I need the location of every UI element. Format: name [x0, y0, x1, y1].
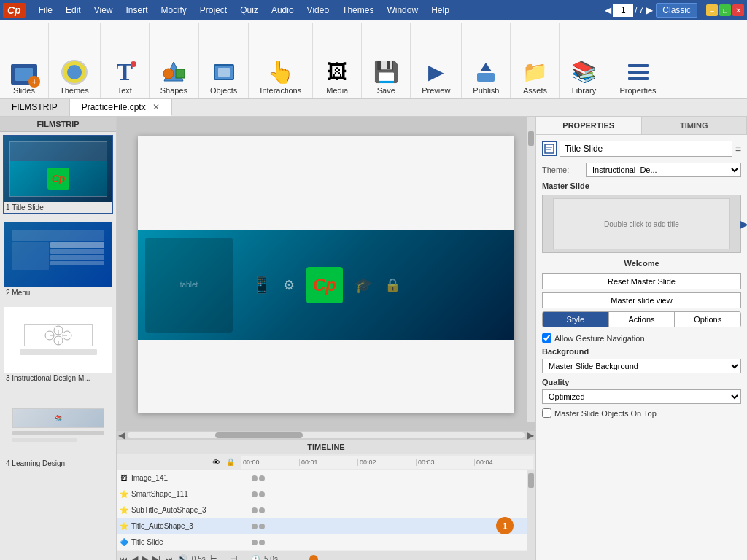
horizontal-scrollbar[interactable]: ◀ ▶ — [117, 431, 535, 440]
slide-thumb-label-2: 2 Menu — [4, 287, 112, 298]
slide-thumb-2[interactable]: 2 Menu — [3, 220, 113, 300]
prop-menu-btn[interactable]: ≡ — [735, 143, 741, 155]
menu-file[interactable]: File — [33, 4, 58, 17]
menu-quiz[interactable]: Quiz — [234, 4, 264, 17]
properties-tab-timing[interactable]: TIMING — [642, 117, 748, 134]
timeline-row-image141[interactable]: 🖼 Image_141 AdobeStock_370219467_edit:4.… — [117, 470, 535, 486]
themes-button[interactable]: Themes — [55, 56, 94, 98]
slides-button[interactable]: + Slides — [6, 61, 42, 98]
titleslide-dot1[interactable] — [252, 540, 258, 545]
svg-rect-18 — [546, 149, 551, 150]
timeline-row-smartshape[interactable]: ⭐ SmartShape_111 SmartShape:Display for … — [117, 486, 535, 502]
filmstrip-tab[interactable]: FILMSTRIP — [0, 99, 70, 116]
gesture-nav-checkbox[interactable] — [542, 333, 551, 343]
scrollbar-thumb[interactable] — [215, 432, 303, 438]
timeline-play-prev-btn[interactable]: ◀ — [132, 554, 138, 560]
slide-thumb-3[interactable]: 3 Instructional Design M... — [3, 306, 113, 385]
timeline-scrubber[interactable] — [285, 558, 530, 561]
master-slide-preview[interactable]: Double click to add title — [542, 195, 741, 253]
menu-insert[interactable]: Insert — [120, 4, 154, 17]
svg-rect-7 — [628, 77, 649, 80]
slide-bottom-area — [138, 340, 514, 413]
style-tab-style[interactable]: Style — [543, 312, 609, 327]
scroll-left-btn[interactable]: ◀ — [118, 430, 125, 440]
timeline-lock-icon[interactable]: 🔒 — [226, 458, 235, 467]
slide-thumb-4[interactable]: 📚 4 Learning Design — [3, 391, 113, 470]
timeline-play-next-btn[interactable]: ▶| — [152, 554, 160, 560]
smartshape-dot2[interactable] — [259, 491, 265, 497]
menu-themes[interactable]: Themes — [336, 4, 379, 17]
assets-button[interactable]: 📁 Assets — [516, 56, 553, 98]
timeline-marker-btn3[interactable]: ⊣ — [231, 554, 238, 560]
file-tab[interactable]: PracticeFile.cptx ✕ — [70, 99, 172, 116]
properties-button[interactable]: Properties — [614, 56, 661, 98]
menu-project[interactable]: Project — [194, 4, 233, 17]
master-slide-view-btn[interactable]: Master slide view — [542, 292, 741, 308]
timeline-eye-icon[interactable]: 👁 — [212, 458, 220, 467]
timeline-marker-btn2[interactable]: – — [222, 555, 226, 561]
close-tab-btn[interactable]: ✕ — [152, 102, 160, 112]
title3-dot2[interactable] — [259, 524, 265, 529]
prev-slide-btn[interactable]: ◀ — [605, 5, 611, 15]
subtitle-dot2[interactable] — [259, 508, 265, 513]
style-tab-actions[interactable]: Actions — [609, 312, 676, 327]
preview-button[interactable]: ▶ Preview — [417, 56, 455, 98]
shapes-button[interactable]: Shapes — [155, 56, 193, 98]
close-btn[interactable]: ✕ — [732, 4, 744, 16]
minimize-btn[interactable]: – — [706, 4, 718, 16]
subtitle-dot1[interactable] — [252, 508, 258, 513]
timeline-scrubber-handle[interactable] — [309, 555, 318, 561]
scroll-right-btn[interactable]: ▶ — [527, 430, 534, 440]
menu-edit[interactable]: Edit — [60, 4, 87, 17]
prop-title-input[interactable] — [560, 141, 732, 157]
media-button[interactable]: 🖼 Media — [319, 56, 355, 98]
menu-audio[interactable]: Audio — [266, 4, 300, 17]
background-select[interactable]: Master Slide Background — [542, 359, 741, 373]
slide-thumb-1[interactable]: Cp 1 Title Slide — [3, 135, 113, 214]
timeline-play-last-btn[interactable]: ⏭ — [165, 555, 173, 561]
image141-dot2[interactable] — [259, 475, 265, 481]
timeline-audio-btn[interactable]: 🔊 — [177, 554, 187, 560]
menu-video[interactable]: Video — [301, 4, 335, 17]
timeline-marker-btn4[interactable]: – — [242, 555, 247, 561]
master-objects-checkbox[interactable] — [542, 408, 551, 418]
text-button[interactable]: T Text — [107, 56, 143, 98]
master-slide-hint: Double click to add title — [604, 220, 679, 228]
titleslide-dot2[interactable] — [259, 540, 265, 545]
save-button[interactable]: 💾 Save — [368, 56, 404, 98]
timeline-play-first-btn[interactable]: ⏮ — [120, 555, 128, 561]
quality-select[interactable]: Optimized — [542, 389, 741, 404]
prop-theme-select[interactable]: Instructional_De... — [586, 163, 741, 177]
master-slide-arrow-icon[interactable]: ▶ — [740, 218, 747, 230]
menu-view[interactable]: View — [88, 4, 119, 17]
slide-canvas[interactable]: 📱 ⚙ Cp 🎓 🔒 tablet — [138, 136, 514, 413]
smartshape-dot1[interactable] — [252, 491, 258, 497]
timeline-play-btn[interactable]: ▶ — [142, 554, 148, 560]
menu-modify[interactable]: Modify — [155, 4, 193, 17]
style-tab-options[interactable]: Options — [675, 312, 740, 327]
interactions-button[interactable]: 👆 Interactions — [255, 56, 306, 98]
timeline-marker-btn1[interactable]: ⊢ — [210, 554, 217, 560]
ribbon-media-buttons: 🖼 Media — [319, 23, 355, 98]
prop-theme-row: Theme: Instructional_De... — [542, 163, 741, 177]
reset-master-slide-btn[interactable]: Reset Master Slide — [542, 273, 741, 289]
timeline-vscroll[interactable] — [527, 470, 535, 551]
properties-tab-properties[interactable]: PROPERTIES — [536, 117, 642, 134]
objects-button[interactable]: Objects — [205, 56, 242, 98]
playhead-badge[interactable]: 1 — [496, 517, 514, 534]
classic-mode-btn[interactable]: Classic — [656, 3, 697, 18]
menu-help[interactable]: Help — [425, 4, 455, 17]
vertical-scrollbar[interactable] — [527, 117, 535, 422]
timeline-row-title3[interactable]: ⭐ Title_AutoShape_3 Instructional Design… — [117, 518, 535, 534]
title3-dot1[interactable] — [252, 524, 258, 529]
timeline-row-titleslide[interactable]: 🔷 Title Slide Slide (5.0s) — [117, 534, 535, 551]
next-slide-btn[interactable]: ▶ — [646, 5, 653, 15]
image141-dot1[interactable] — [252, 475, 258, 481]
menu-window[interactable]: Window — [381, 4, 424, 17]
slide-number-input[interactable] — [613, 4, 633, 17]
library-button[interactable]: 📚 Library — [565, 56, 602, 98]
slide-middle-area: 📱 ⚙ Cp 🎓 🔒 tablet — [138, 230, 514, 340]
maximize-btn[interactable]: □ — [719, 4, 731, 16]
timeline-row-subtitle[interactable]: ⭐ SubTitle_AutoShape_3 "Design Is Not Ju… — [117, 502, 535, 518]
publish-button[interactable]: Publish — [468, 56, 504, 98]
